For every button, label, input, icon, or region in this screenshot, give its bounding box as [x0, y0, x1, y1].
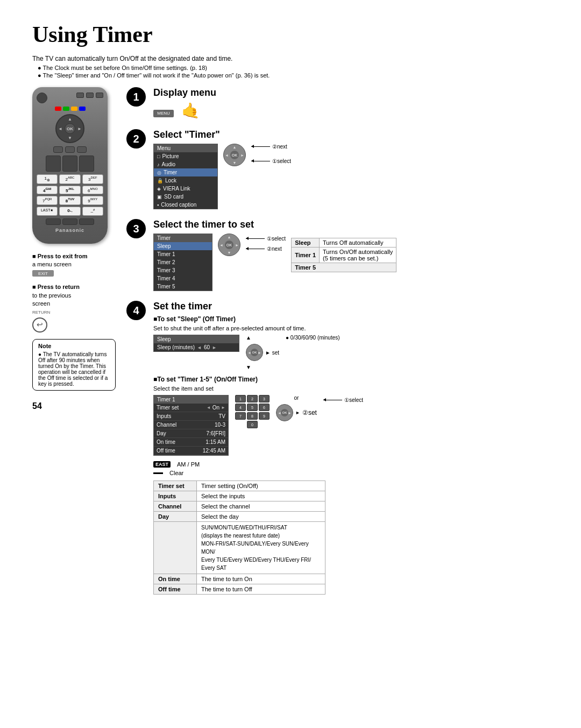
- blue-btn: [79, 107, 86, 111]
- info-channel-label: Channel: [154, 501, 197, 512]
- clear-row: Clear: [153, 470, 549, 476]
- nav-circle: ▲ ▼ ◄ ► OK: [55, 114, 84, 143]
- numpad-dash[interactable]: –#: [82, 207, 103, 216]
- step-2-layout: Menu □Picture ♪Audio ◎Timer 🔒Lock ◈VIERA…: [153, 144, 549, 209]
- timer15-sub-section: ■To set "Timer 1-5" (On/Off Timer) Selec…: [153, 376, 549, 595]
- nav15-left: ◄: [278, 411, 281, 415]
- step-4-title: Set the timer: [153, 301, 549, 312]
- timer1-channel-row: Channel 10-3: [154, 421, 228, 429]
- remote-top-row: [76, 93, 103, 101]
- menu-item-lock: 🔒Lock: [154, 176, 217, 185]
- step-3-layout: Timer Sleep Timer 1 Timer 2 Timer 3 Time…: [153, 234, 549, 291]
- np-8: 8: [247, 412, 258, 420]
- return-label: RETURN: [32, 309, 116, 315]
- or-label: or: [294, 395, 299, 401]
- numpad-8[interactable]: 8TUV: [59, 196, 80, 205]
- exit-note: ■ Press to exit from a menu screen EXIT: [32, 252, 116, 277]
- remote-mid-row: [37, 146, 103, 153]
- numpad-4[interactable]: 4GHI: [37, 186, 58, 195]
- numpad-6[interactable]: 6MNO: [82, 186, 103, 195]
- step-1-visual: MENU 🤙: [153, 102, 549, 119]
- timer2-item: Timer 2: [154, 258, 212, 266]
- timer-sleep-item: Sleep: [154, 242, 212, 250]
- step-1-content: Display menu MENU 🤙: [153, 87, 549, 119]
- t1-on-val: On: [212, 405, 219, 411]
- np-3: 3: [259, 395, 270, 402]
- timer1-cell-desc: Turns On/Off automatically (5 timers can…: [320, 248, 396, 263]
- exit-button-img: EXIT: [32, 270, 54, 277]
- nav-mini-right: ►: [240, 153, 244, 157]
- yellow-btn: [71, 107, 77, 111]
- step-3-annotations: ①select ②next: [246, 236, 286, 252]
- nav-mini-left: ◄: [225, 153, 229, 157]
- set-text-15: ②set: [302, 409, 317, 416]
- nav-mini-up: ▲: [233, 145, 237, 149]
- numpad-9[interactable]: 9WXY: [82, 196, 103, 205]
- ok-button[interactable]: OK: [65, 123, 75, 134]
- remote-wide-1: [46, 156, 61, 172]
- remote-small-btn-3: [96, 93, 103, 98]
- menu-item-timer: ◎Timer: [154, 168, 217, 176]
- t1-timerset-val: ◄ On ►: [207, 405, 225, 411]
- menu-item-viera: ◈VIERA Link: [154, 185, 217, 193]
- timer5-row: Timer 5: [292, 263, 396, 272]
- sleep-down-arrow: ▼: [246, 364, 251, 370]
- t15-select-label: ①select: [344, 397, 363, 403]
- select-label: ①select: [272, 158, 291, 164]
- timer1-day-row: Day 7:6[FRI]: [154, 429, 228, 438]
- info-row-day-options: SUN/MON/TUE/WED/THU/FRI/SAT (displays th…: [154, 522, 325, 574]
- exit-subtitle: a menu screen: [32, 261, 72, 267]
- numpad-last[interactable]: LAST★: [37, 207, 58, 216]
- info-day-label: Day: [154, 512, 197, 522]
- numpad-small-top: 1 2 3: [235, 395, 270, 402]
- ampm-row: EAST AM / PM: [153, 461, 549, 468]
- menu-item-sd: ▣SD card: [154, 193, 217, 201]
- or-set-area: or ◄ ► OK ► ②set: [276, 395, 317, 421]
- note-title: Note: [38, 343, 110, 349]
- numpad-1[interactable]: 1⊕: [37, 174, 58, 184]
- step-2-title: Select "Timer": [153, 129, 549, 140]
- np-6: 6: [259, 404, 270, 411]
- info-day-options-label: [154, 522, 197, 574]
- timer5-item: Timer 5: [154, 282, 212, 291]
- numpad-5[interactable]: 5JKL: [59, 186, 80, 195]
- nav-mini-3-down: ▼: [228, 251, 231, 255]
- note-box: Note ● The TV automatically turns Off af…: [32, 339, 116, 391]
- menu-item-picture: □Picture: [154, 152, 217, 160]
- timer15-desc: Select the item and set: [153, 385, 549, 392]
- ok-mini-2: OK: [230, 151, 239, 159]
- t1-inputs-val: TV: [218, 413, 225, 419]
- info-row-day: Day Select the day: [154, 512, 325, 522]
- t1-inputs-label: Inputs: [157, 413, 171, 419]
- np-4: 4: [235, 404, 246, 411]
- np-7: 7: [235, 412, 246, 420]
- numpad-2[interactable]: 2ABC: [59, 174, 80, 184]
- sleep-sub-section: ■To set "Sleep" (Off Timer) Set to shut …: [153, 315, 549, 370]
- step-2: 2 Select "Timer" Menu □Picture ♪Audio ◎T…: [126, 129, 549, 209]
- step3-next-label: ②next: [267, 246, 282, 252]
- numpad-0[interactable]: 0-.: [59, 207, 80, 216]
- info-row-inputs: Inputs Select the inputs: [154, 491, 325, 501]
- ann-line-sel15: [323, 400, 342, 400]
- menu-box-header: Menu: [154, 144, 217, 152]
- ann-line-select: [251, 161, 270, 161]
- step-2-content: Select "Timer" Menu □Picture ♪Audio ◎Tim…: [153, 129, 549, 209]
- menu-item-audio: ♪Audio: [154, 160, 217, 168]
- sub-note: (5 timers can be set.): [323, 255, 378, 261]
- timer3-item: Timer 3: [154, 266, 212, 274]
- red-btn: [55, 107, 61, 111]
- east-badge: EAST: [153, 461, 171, 468]
- numpad-3[interactable]: 3DEF: [82, 174, 103, 184]
- step-1: 1 Display menu MENU 🤙: [126, 87, 549, 119]
- t15-select-ann: ①select: [323, 397, 363, 403]
- numpad-7[interactable]: 7PQR: [37, 196, 58, 205]
- sleep-box: Sleep Sleep (minutes) ◄ 60 ►: [153, 335, 239, 352]
- timer1-set-row: Timer set ◄ On ►: [154, 404, 228, 412]
- step-3-content: Select the timer to set Timer Sleep Time…: [153, 219, 549, 291]
- t1-ontime-label: On time: [157, 439, 175, 445]
- numpad-small-mid: 4 5 6: [235, 404, 270, 411]
- sleep-timer-info: Sleep Turns Off automatically Timer 1 Tu…: [291, 236, 396, 272]
- set-label: ► set: [265, 350, 279, 356]
- info-inputs-label: Inputs: [154, 491, 197, 501]
- info-row-timerset: Timer set Timer setting (On/Off): [154, 481, 325, 491]
